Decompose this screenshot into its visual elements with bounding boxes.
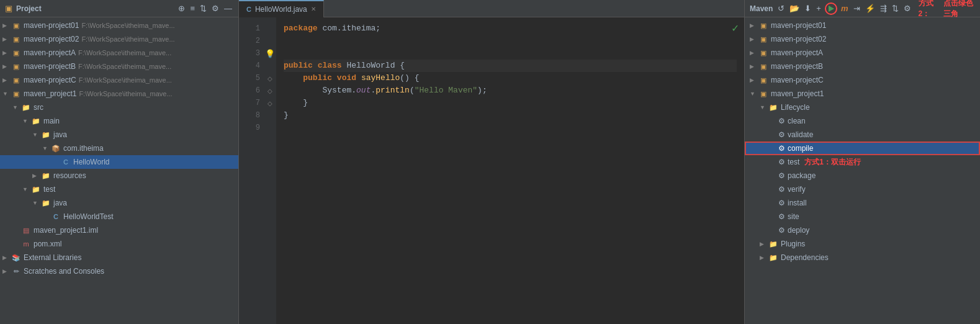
sort-icon[interactable]: ⇅ bbox=[199, 2, 208, 14]
maven-item-project02[interactable]: ▣ maven-project02 bbox=[745, 32, 980, 46]
tree-item-helloworldtest[interactable]: C HelloWorldTest bbox=[0, 210, 238, 223]
keyword-class: class bbox=[318, 60, 342, 72]
maven-tree: ▣ maven-project01 ▣ maven-project02 ▣ ma… bbox=[745, 17, 980, 324]
maven-item-compile[interactable]: ⚙ compile bbox=[745, 142, 980, 155]
bookmark-icon: ◇ bbox=[267, 75, 272, 82]
globe-icon[interactable]: ⊕ bbox=[177, 2, 186, 14]
code-line-4: public class HelloWorld { bbox=[284, 60, 737, 72]
tree-item-main[interactable]: 📁 main bbox=[0, 114, 238, 128]
maven-item-project01[interactable]: ▣ maven-project01 bbox=[745, 19, 980, 32]
keyword-package: package bbox=[284, 22, 318, 35]
tree-item-maven-projectB[interactable]: ▣ maven-projectB F:\WorkSpace\itheima_ma… bbox=[0, 60, 238, 73]
tree-arrow bbox=[750, 47, 758, 58]
run-button[interactable] bbox=[825, 2, 837, 15]
maven-item-package[interactable]: ⚙ package bbox=[745, 169, 980, 182]
maven-label: install bbox=[788, 197, 807, 209]
code-line-8: } bbox=[284, 109, 737, 122]
maven-item-validate[interactable]: ⚙ validate bbox=[745, 128, 980, 142]
tree-item-maven-project02[interactable]: ▣ maven-project02 F:\WorkSpace\itheima_m… bbox=[0, 32, 238, 46]
tree-arrow bbox=[750, 20, 758, 31]
module-icon: ▣ bbox=[11, 61, 21, 71]
tree-item-pom[interactable]: m pom.xml bbox=[0, 237, 238, 251]
maven-item-dependencies[interactable]: 📁 Dependencies bbox=[745, 251, 980, 264]
tree-item-scratches[interactable]: ✏ Scratches and Consoles bbox=[0, 264, 238, 278]
maven-item-verify[interactable]: ⚙ verify bbox=[745, 182, 980, 196]
tab-helloworld-java[interactable]: C HelloWorld.java ✕ bbox=[239, 0, 324, 17]
maven-item-site[interactable]: ⚙ site bbox=[745, 210, 980, 223]
maven-item-test[interactable]: ⚙ test 方式1：双击运行 bbox=[745, 155, 980, 169]
tree-item-external-libs[interactable]: 📚 External Libraries bbox=[0, 251, 238, 264]
bookmark-icon3: ◇ bbox=[267, 100, 272, 107]
gutter-7: ◇ bbox=[265, 97, 275, 109]
maven-label: maven-projectA bbox=[771, 47, 823, 58]
tree-item-maven-project1[interactable]: ▣ maven_project1 F:\WorkSpace\itheima_ma… bbox=[0, 87, 238, 101]
maven-item-plugins[interactable]: 📁 Plugins bbox=[745, 237, 980, 251]
module-icon: ▣ bbox=[11, 48, 21, 58]
skip-icon[interactable]: ⇥ bbox=[852, 2, 861, 14]
tree-item-java[interactable]: 📁 java bbox=[0, 128, 238, 142]
module-icon: ▣ bbox=[758, 20, 768, 30]
maven-title: Maven bbox=[750, 4, 773, 13]
folder-icon: 📁 bbox=[31, 184, 41, 194]
tree-arrow bbox=[42, 143, 51, 154]
tree-label: maven_project1 bbox=[24, 88, 76, 99]
download-icon[interactable]: ⬇ bbox=[803, 2, 812, 14]
tree-label: main bbox=[43, 115, 60, 127]
add-project-icon[interactable]: 📂 bbox=[788, 2, 801, 14]
maven-item-lifecycle[interactable]: 📁 Lifecycle bbox=[745, 101, 980, 114]
settings2-icon[interactable]: ⚙ bbox=[902, 2, 912, 14]
space bbox=[318, 22, 323, 35]
tree-arrow bbox=[750, 88, 758, 99]
tree-item-src[interactable]: 📁 src bbox=[0, 101, 238, 114]
maven-item-clean[interactable]: ⚙ clean bbox=[745, 114, 980, 128]
tree-path: F:\WorkSpace\itheima_mave... bbox=[81, 20, 174, 31]
scratch-icon: ✏ bbox=[11, 266, 21, 276]
tree-item-maven-projectA[interactable]: ▣ maven-projectA F:\WorkSpace\itheima_ma… bbox=[0, 46, 238, 60]
package-icon: 📦 bbox=[51, 143, 61, 153]
maven-item-project1[interactable]: ▣ maven_project1 bbox=[745, 87, 980, 101]
align-icon[interactable]: ≡ bbox=[189, 2, 196, 14]
close-icon[interactable]: — bbox=[223, 2, 233, 14]
tree-item-iml[interactable]: ▤ maven_project1.iml bbox=[0, 223, 238, 237]
maven-label: maven-projectC bbox=[771, 74, 824, 86]
tree-item-helloworld[interactable]: C HelloWorld bbox=[0, 155, 238, 169]
refresh-icon[interactable]: ↺ bbox=[776, 2, 786, 14]
tree-arrow bbox=[2, 47, 11, 58]
tree-item-com-itheima[interactable]: 📦 com.itheima bbox=[0, 142, 238, 155]
tree-item-maven-project01[interactable]: ▣ maven-project01 F:\WorkSpace\itheima_m… bbox=[0, 19, 238, 32]
maven-item-projectA[interactable]: ▣ maven-projectA bbox=[745, 46, 980, 60]
maven-label: Dependencies bbox=[781, 252, 829, 263]
checkmark-icon: ✓ bbox=[731, 22, 739, 34]
lifecycle-phase-icon: ⚙ bbox=[778, 143, 785, 154]
tree-item-maven-projectC[interactable]: ▣ maven-projectC F:\WorkSpace\itheima_ma… bbox=[0, 73, 238, 87]
maven-item-projectB[interactable]: ▣ maven-projectB bbox=[745, 60, 980, 73]
maven-m-icon[interactable]: m bbox=[840, 2, 850, 14]
java-file-icon: C bbox=[61, 157, 71, 167]
tab-close-button[interactable]: ✕ bbox=[311, 6, 316, 12]
tree-arrow bbox=[2, 88, 11, 99]
editor-tabs: C HelloWorld.java ✕ bbox=[239, 0, 744, 17]
tree-arrow bbox=[32, 129, 41, 140]
sort2-icon[interactable]: ⇅ bbox=[891, 2, 900, 14]
tree-arrow bbox=[2, 61, 11, 72]
folder-icon: 📁 bbox=[41, 198, 51, 208]
align2-icon[interactable]: ⇶ bbox=[879, 2, 888, 14]
maven-item-deploy[interactable]: ⚙ deploy bbox=[745, 223, 980, 237]
tree-arrow bbox=[2, 74, 11, 86]
maven-item-install[interactable]: ⚙ install bbox=[745, 196, 980, 210]
gutter-1 bbox=[265, 22, 275, 35]
add-icon[interactable]: + bbox=[815, 2, 822, 14]
lightbulb-icon[interactable]: 💡 bbox=[265, 49, 275, 58]
settings-icon[interactable]: ⚙ bbox=[210, 2, 220, 14]
maven-label: maven-project01 bbox=[771, 20, 826, 31]
lightning-icon[interactable]: ⚡ bbox=[864, 2, 876, 14]
tree-item-resources[interactable]: 📁 resources bbox=[0, 169, 238, 182]
lib-icon: 📚 bbox=[11, 253, 21, 263]
tree-item-test[interactable]: 📁 test bbox=[0, 182, 238, 196]
code-editor[interactable]: package com.itheima; public class HelloW… bbox=[276, 17, 744, 324]
dependencies-icon: 📁 bbox=[768, 253, 778, 263]
tree-arrow bbox=[760, 252, 768, 263]
plugins-icon: 📁 bbox=[768, 239, 778, 249]
maven-item-projectC[interactable]: ▣ maven-projectC bbox=[745, 73, 980, 87]
tree-item-java-test[interactable]: 📁 java bbox=[0, 196, 238, 210]
